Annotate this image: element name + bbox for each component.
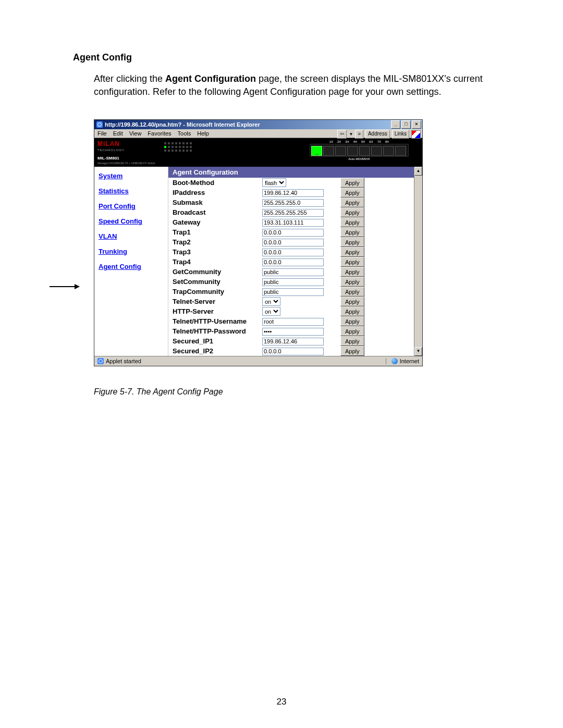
apply-button[interactable]: Apply: [340, 217, 364, 227]
config-label: Gateway: [168, 217, 262, 227]
content-pane: ▲ ▼ Agent Configuration Boot-Methodflash…: [168, 167, 422, 356]
port-2[interactable]: [323, 146, 334, 156]
menu-edit[interactable]: Edit: [113, 130, 123, 137]
para-part1: After clicking the: [94, 73, 165, 84]
config-input-setcommunity[interactable]: [262, 278, 324, 286]
port-7[interactable]: [383, 146, 394, 156]
port-8[interactable]: [395, 146, 406, 156]
config-input-secured-ip2[interactable]: [262, 348, 324, 355]
scroll-up-button[interactable]: ▲: [414, 167, 422, 176]
sidebar-item-statistics[interactable]: Statistics: [99, 187, 164, 195]
config-row-gateway: GatewayApply: [168, 217, 414, 227]
toolbar-dropdown-icon[interactable]: ▼: [349, 132, 353, 137]
config-row-broadcast: BroadcastApply: [168, 207, 414, 217]
apply-button[interactable]: Apply: [340, 227, 364, 237]
apply-button[interactable]: Apply: [340, 346, 364, 356]
apply-button[interactable]: Apply: [340, 326, 364, 336]
sidebar-item-system[interactable]: System: [99, 172, 164, 180]
port-3[interactable]: [335, 146, 346, 156]
config-select-telnet-server[interactable]: on: [262, 297, 280, 306]
statusbar: Applet started Internet: [94, 356, 422, 366]
menu-favorites[interactable]: Favorites: [148, 130, 171, 137]
svg-marker-1: [75, 284, 80, 289]
config-input-trap4[interactable]: [262, 258, 324, 266]
config-select-boot-method[interactable]: flash: [262, 178, 286, 187]
config-row-telnet-http-username: Telnet/HTTP-UsernameApply: [168, 316, 414, 326]
config-input-trap2[interactable]: [262, 239, 324, 246]
section-heading: Agent Config: [73, 52, 500, 63]
config-row-trap4: Trap4Apply: [168, 257, 414, 267]
apply-button[interactable]: Apply: [340, 306, 364, 316]
scroll-down-button[interactable]: ▼: [414, 347, 422, 356]
toolbar-more-button[interactable]: »: [355, 130, 363, 139]
apply-button[interactable]: Apply: [340, 198, 364, 207]
config-label: Secured_IP1: [168, 336, 262, 346]
menu-view[interactable]: View: [129, 130, 142, 137]
config-input-broadcast[interactable]: [262, 209, 324, 217]
config-input-trapcommunity[interactable]: [262, 288, 324, 296]
config-input-telnet-http-password[interactable]: [262, 328, 324, 336]
apply-button[interactable]: Apply: [340, 237, 364, 247]
links-flag-icon[interactable]: [411, 130, 421, 139]
scrollbar-vert[interactable]: ▲ ▼: [414, 167, 422, 356]
device-banner: MILAN TECHNOLOGY MIL-SM801 Managed 10/10…: [94, 138, 422, 167]
config-input-secured-ip1[interactable]: [262, 338, 324, 346]
apply-button[interactable]: Apply: [340, 257, 364, 267]
sidebar-item-speed-config[interactable]: Speed Config: [99, 217, 164, 225]
config-row-trap3: Trap3Apply: [168, 247, 414, 257]
links-label: Links: [392, 130, 409, 139]
sidebar-item-port-config[interactable]: Port Config: [99, 202, 164, 210]
browser-window: http://199.86.12.40/pna.htm? - Microsoft…: [94, 119, 423, 366]
port-labels: 1X2X3X4X5X6X7X8X: [329, 140, 389, 143]
apply-button[interactable]: Apply: [340, 277, 364, 287]
port-5[interactable]: [359, 146, 370, 156]
panel-title: Agent Configuration: [168, 167, 414, 178]
apply-button[interactable]: Apply: [340, 287, 364, 297]
back-button[interactable]: ⇦: [337, 130, 347, 139]
apply-button[interactable]: Apply: [340, 316, 364, 326]
config-label: Telnet/HTTP-Username: [168, 316, 262, 326]
para-bold: Agent Configuration: [165, 73, 256, 84]
port-1[interactable]: [311, 146, 322, 156]
config-row-submask: SubmaskApply: [168, 198, 414, 207]
config-input-submask[interactable]: [262, 199, 324, 207]
config-input-gateway[interactable]: [262, 219, 324, 227]
apply-button[interactable]: Apply: [340, 178, 364, 188]
window-title: http://199.86.12.40/pna.htm? - Microsoft…: [105, 121, 260, 128]
config-row-trap1: Trap1Apply: [168, 227, 414, 237]
config-row-telnet-server: Telnet-ServeronApply: [168, 297, 414, 306]
port-4[interactable]: [347, 146, 358, 156]
menu-file[interactable]: File: [97, 130, 107, 137]
menu-tools[interactable]: Tools: [178, 130, 191, 137]
config-input-trap1[interactable]: [262, 229, 324, 237]
menu-help[interactable]: Help: [197, 130, 209, 137]
config-row-getcommunity: GetCommunityApply: [168, 267, 414, 277]
maximize-button[interactable]: □: [401, 120, 411, 129]
config-select-http-server[interactable]: on: [262, 307, 280, 316]
figure-caption: Figure 5-7. The Agent Config Page: [94, 387, 423, 397]
apply-button[interactable]: Apply: [340, 247, 364, 257]
config-label: TrapCommunity: [168, 287, 262, 297]
config-input-telnet-http-username[interactable]: [262, 318, 324, 326]
port-6[interactable]: [371, 146, 382, 156]
apply-button[interactable]: Apply: [340, 297, 364, 306]
apply-button[interactable]: Apply: [340, 267, 364, 277]
config-label: Trap2: [168, 237, 262, 247]
apply-button[interactable]: Apply: [340, 207, 364, 217]
sidebar-item-trunking[interactable]: Trunking: [99, 248, 164, 255]
sidebar-item-agent-config[interactable]: Agent Config: [99, 263, 164, 270]
apply-button[interactable]: Apply: [340, 188, 364, 198]
config-label: Trap3: [168, 247, 262, 257]
config-input-trap3[interactable]: [262, 249, 324, 256]
sidebar-item-vlan[interactable]: VLAN: [99, 232, 164, 240]
minimize-button[interactable]: _: [391, 120, 400, 129]
internet-zone-icon: [391, 358, 398, 364]
config-label: Trap1: [168, 227, 262, 237]
status-right: Internet: [400, 358, 419, 364]
config-input-ipaddress[interactable]: [262, 189, 324, 197]
apply-button[interactable]: Apply: [340, 336, 364, 346]
config-input-getcommunity[interactable]: [262, 268, 324, 276]
ie-icon: [96, 121, 103, 128]
applet-icon: [97, 358, 104, 364]
close-button[interactable]: ×: [412, 120, 421, 129]
